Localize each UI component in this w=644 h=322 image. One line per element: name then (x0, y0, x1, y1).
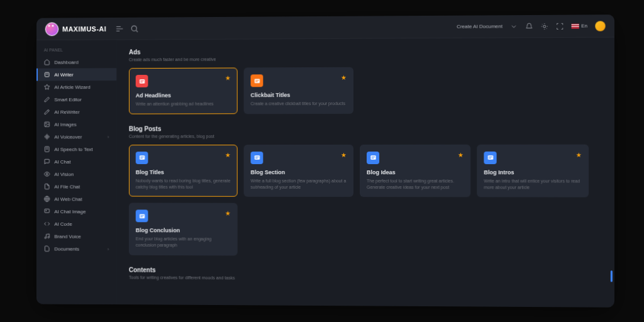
menu-toggle-icon[interactable] (115, 24, 124, 33)
card-desc: End your blog articles with an engaging … (136, 236, 231, 248)
svg-line-4 (136, 30, 138, 32)
sidebar-item-ai-chat-image[interactable]: AI Chat Image (36, 205, 116, 218)
card-title: Blog Conclusion (136, 228, 231, 234)
card-title: Blog Section (250, 169, 346, 175)
svg-rect-41 (371, 157, 375, 157)
sidebar-item-label: AI Vision (54, 171, 74, 177)
flag-icon (572, 23, 579, 28)
svg-line-8 (542, 24, 543, 25)
language-selector[interactable]: En (572, 23, 587, 29)
star-icon[interactable]: ★ (341, 74, 347, 81)
card-blog-ideas[interactable]: ★ Blog Ideas The perfect tool to start w… (360, 145, 470, 197)
chevron-down-icon[interactable] (510, 23, 518, 30)
card-ad-headlines[interactable]: ★ Ad Headlines Write an attention grabbi… (129, 68, 238, 114)
avatar[interactable] (595, 21, 605, 31)
bell-icon[interactable] (525, 23, 533, 30)
svg-rect-31 (254, 79, 259, 82)
sidebar-item-label: AI File Chat (54, 184, 80, 189)
main-content: Ads Create ads much faster and be more c… (116, 38, 614, 308)
chat-icon (44, 158, 50, 165)
card-title: Blog Intros (484, 169, 581, 175)
card-clickbait-titles[interactable]: ★ Clickbait Titles Create a creative cli… (244, 67, 353, 114)
card-icon (136, 75, 148, 87)
sidebar: AI PANEL DashboardAI WriterAI Article Wi… (36, 40, 116, 304)
sidebar-item-label: AI Writer (54, 72, 73, 77)
sidebar-item-dashboard[interactable]: Dashboard (36, 55, 116, 68)
svg-point-17 (46, 123, 47, 124)
sidebar-item-ai-file-chat[interactable]: AI File Chat (36, 180, 116, 193)
sidebar-item-ai-web-chat[interactable]: AI Web Chat (36, 192, 116, 205)
card-desc: Nobody wants to read boring blog titles,… (136, 178, 231, 191)
sidebar-item-ai-code[interactable]: AI Code (36, 218, 116, 230)
sidebar-item-label: AI Images (54, 121, 76, 127)
star-icon[interactable]: ★ (341, 152, 347, 158)
card-title: Blog Ideas (367, 169, 464, 175)
sidebar-item-ai-chat[interactable]: AI Chat (36, 155, 116, 168)
svg-rect-36 (140, 158, 143, 158)
section-desc: Tools for writing creatives for differen… (129, 275, 602, 282)
scrollbar-thumb[interactable] (611, 270, 613, 282)
card-blog-section[interactable]: ★ Blog Section Write a full blog section… (244, 145, 353, 197)
card-title: Blog Titles (136, 169, 231, 175)
app-window: MAXIMUS-AI Create AI Document En AI PANE… (36, 14, 614, 308)
sidebar-item-ai-images[interactable]: AI Images (36, 118, 116, 131)
sidebar-item-label: Smart Editor (54, 97, 81, 103)
svg-rect-37 (254, 156, 259, 160)
section-title: Blog Posts (129, 125, 602, 132)
sidebar-item-brand-voice[interactable]: Brand Voice (36, 230, 116, 243)
sidebar-item-ai-vision[interactable]: AI Vision (36, 168, 116, 180)
writer-icon (44, 72, 50, 78)
header-toolbar (115, 24, 138, 33)
star-icon[interactable]: ★ (458, 152, 464, 158)
svg-point-5 (543, 25, 546, 27)
card-blog-intros[interactable]: ★ Blog Intros Write an intro that will e… (477, 145, 589, 198)
sidebar-item-documents[interactable]: Documents› (36, 242, 116, 255)
wizard-icon (44, 84, 50, 90)
section-blog-posts: Blog Posts Content for the generating ar… (129, 125, 602, 257)
svg-rect-34 (140, 156, 145, 160)
search-icon[interactable] (130, 24, 138, 33)
card-icon (136, 210, 148, 223)
header-right: Create AI Document En (457, 21, 606, 31)
svg-rect-46 (140, 214, 145, 218)
svg-marker-14 (45, 84, 50, 89)
logo-icon (45, 22, 58, 36)
section-ads: Ads Create ads much faster and be more c… (129, 47, 602, 114)
fullscreen-icon[interactable] (556, 22, 564, 30)
body: AI PANEL DashboardAI WriterAI Article Wi… (36, 38, 614, 308)
svg-point-3 (131, 26, 136, 31)
sidebar-item-label: AI Code (54, 221, 72, 226)
sun-icon[interactable] (541, 22, 548, 30)
logo[interactable]: MAXIMUS-AI (45, 22, 106, 36)
sidebar-item-label: AI Web Chat (54, 196, 82, 202)
sidebar-item-ai-rewriter[interactable]: AI ReWriter (36, 106, 116, 118)
chatimg-icon (44, 208, 50, 214)
card-desc: The perfect tool to start writing great … (367, 178, 464, 191)
sidebar-item-ai-writer[interactable]: AI Writer (36, 68, 116, 80)
star-icon[interactable]: ★ (225, 152, 231, 158)
star-icon[interactable]: ★ (225, 75, 231, 82)
home-icon (44, 59, 50, 65)
brand-name: MAXIMUS-AI (62, 25, 106, 32)
svg-rect-43 (487, 156, 492, 160)
sidebar-item-label: AI Chat Image (54, 209, 86, 214)
star-icon[interactable]: ★ (225, 210, 231, 217)
card-grid (129, 286, 602, 288)
section-title: Contents (129, 267, 602, 275)
edit-icon (44, 96, 50, 103)
sidebar-item-ai-speech-to-text[interactable]: AI Speech to Text (36, 143, 116, 155)
sidebar-item-label: AI Voiceover (54, 134, 82, 140)
card-blog-titles[interactable]: ★ Blog Titles Nobody wants to read borin… (129, 145, 238, 197)
sidebar-item-ai-article-wizard[interactable]: AI Article Wizard (36, 80, 116, 93)
svg-rect-35 (140, 157, 143, 157)
sidebar-item-smart-editor[interactable]: Smart Editor (36, 93, 116, 106)
create-document-button[interactable]: Create AI Document (457, 23, 502, 29)
card-blog-conclusion[interactable]: ★ Blog Conclusion End your blog articles… (129, 203, 238, 256)
svg-rect-29 (140, 80, 143, 81)
sidebar-item-ai-voiceover[interactable]: AI Voiceover› (36, 130, 116, 143)
svg-rect-40 (370, 156, 375, 160)
star-icon[interactable]: ★ (576, 152, 582, 158)
svg-line-9 (547, 28, 547, 28)
section-desc: Content for the generating articles, blo… (129, 133, 602, 138)
speech-icon (44, 146, 50, 152)
